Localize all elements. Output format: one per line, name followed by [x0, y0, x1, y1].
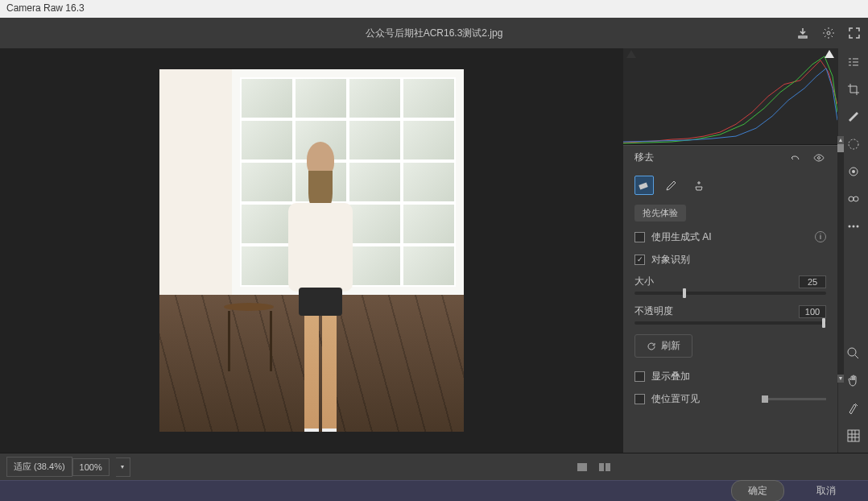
position-visible-label: 使位置可见: [651, 392, 700, 406]
photo-preview: [159, 69, 464, 432]
use-generative-label: 使用生成式 AI: [651, 230, 712, 244]
remove-panel-header: 移去: [623, 145, 837, 169]
refresh-icon: [647, 342, 656, 351]
app-titlebar: Camera Raw 16.3: [0, 0, 868, 18]
mask-tool-icon[interactable]: [846, 137, 861, 151]
svg-point-10: [856, 226, 858, 228]
svg-point-7: [854, 197, 858, 201]
gear-icon[interactable]: [821, 26, 836, 40]
scroll-down-icon[interactable]: ▼: [837, 375, 844, 383]
single-view-icon[interactable]: [575, 460, 589, 474]
position-slider[interactable]: [762, 398, 826, 400]
size-value[interactable]: 25: [799, 275, 826, 288]
scroll-up-icon[interactable]: ▲: [837, 136, 844, 144]
zoom-100-button[interactable]: 100%: [72, 458, 110, 476]
crop-tool-icon[interactable]: [846, 82, 861, 97]
opacity-slider[interactable]: [634, 321, 826, 325]
document-filename: 公众号后期社ACR16.3测试2.jpg: [366, 27, 503, 40]
scrollbar-thumb[interactable]: [837, 144, 844, 152]
remove-panel-body: ▲ ▼ 抢先体验 使用生成式 AI i 对象识别 大小: [623, 169, 837, 453]
early-access-badge: 抢先体验: [634, 205, 686, 222]
edit-tool-icon[interactable]: [846, 55, 861, 69]
ok-button[interactable]: 确定: [731, 480, 784, 501]
redeye-tool-icon[interactable]: [846, 164, 861, 179]
object-aware-label: 对象识别: [651, 253, 690, 267]
cancel-button[interactable]: 取消: [800, 481, 852, 501]
compare-view-icon[interactable]: [597, 460, 612, 474]
clone-tool-button[interactable]: [689, 176, 709, 195]
zoom-dropdown-icon[interactable]: ▾: [116, 458, 130, 477]
opacity-value[interactable]: 100: [799, 305, 826, 318]
svg-rect-15: [606, 463, 610, 471]
document-toolbar: 公众号后期社ACR16.3测试2.jpg: [0, 18, 868, 48]
svg-point-6: [849, 197, 854, 201]
sampler-tool-icon[interactable]: [846, 401, 861, 416]
heal-nav-icon[interactable]: [846, 110, 861, 124]
zoom-fit-button[interactable]: 适应 (38.4%): [6, 457, 72, 477]
panel-title: 移去: [634, 151, 654, 164]
svg-point-0: [827, 31, 830, 35]
opacity-label: 不透明度: [634, 304, 673, 318]
size-label: 大小: [634, 275, 654, 288]
snapshot-tool-icon[interactable]: [846, 192, 861, 206]
svg-point-11: [848, 348, 856, 356]
svg-point-8: [848, 226, 850, 228]
download-icon[interactable]: [796, 26, 810, 40]
svg-rect-14: [599, 463, 604, 471]
svg-point-5: [852, 170, 855, 173]
svg-rect-12: [848, 430, 859, 441]
histogram[interactable]: [623, 48, 837, 145]
show-overlay-checkbox[interactable]: [634, 371, 645, 382]
app-title: Camera Raw 16.3: [6, 2, 85, 14]
size-slider[interactable]: [634, 292, 826, 295]
svg-point-1: [818, 156, 820, 159]
undo-icon[interactable]: [787, 151, 802, 165]
use-generative-checkbox[interactable]: [634, 232, 645, 242]
fullscreen-icon[interactable]: [847, 26, 862, 40]
object-aware-checkbox[interactable]: [634, 255, 645, 265]
eye-icon[interactable]: [812, 151, 826, 165]
image-preview-area[interactable]: [0, 48, 623, 453]
bottom-bar: 适应 (38.4%) 100% ▾: [0, 453, 868, 480]
refresh-button[interactable]: 刷新: [634, 334, 692, 358]
dialog-footer: 确定 取消: [0, 480, 868, 501]
svg-point-9: [852, 226, 854, 228]
remove-tool-button[interactable]: [634, 176, 654, 195]
svg-rect-13: [577, 463, 587, 471]
svg-rect-2: [639, 182, 647, 189]
more-icon[interactable]: [846, 219, 861, 234]
info-icon[interactable]: i: [815, 231, 826, 242]
position-visible-checkbox[interactable]: [634, 394, 645, 404]
heal-tool-button[interactable]: [662, 176, 681, 195]
zoom-tool-icon[interactable]: [846, 346, 861, 361]
panel-scrollbar[interactable]: ▲ ▼: [837, 141, 844, 383]
highlight-clip-icon[interactable]: [825, 50, 834, 58]
grid-tool-icon[interactable]: [846, 429, 861, 443]
shadow-clip-icon[interactable]: [626, 50, 636, 58]
refresh-label: 刷新: [661, 339, 680, 353]
hand-tool-icon[interactable]: [846, 374, 861, 388]
svg-point-3: [849, 139, 858, 149]
show-overlay-label: 显示叠加: [651, 370, 690, 383]
